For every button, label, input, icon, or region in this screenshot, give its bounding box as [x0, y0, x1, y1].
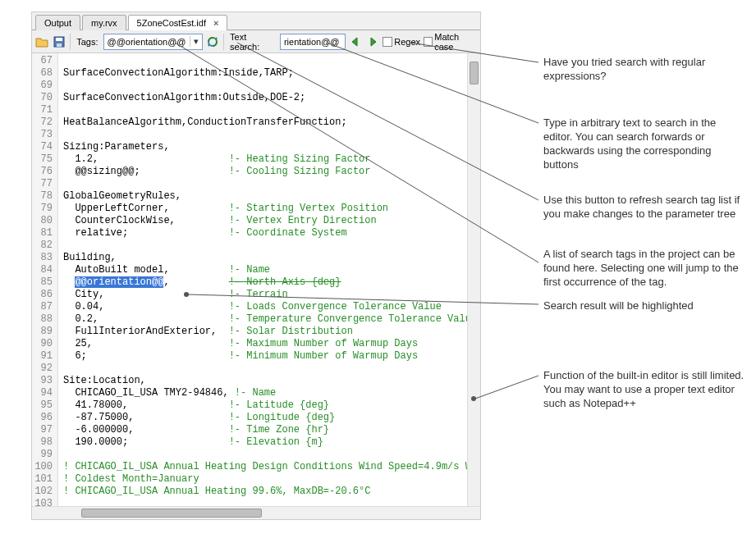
svg-rect-1: [56, 38, 62, 41]
scroll-thumb[interactable]: [470, 62, 479, 84]
annot-dot: [184, 292, 189, 297]
regex-checkbox[interactable]: Regex: [383, 37, 420, 47]
open-icon[interactable]: [35, 34, 49, 49]
annot-refresh: Use this button to refresh search tag li…: [543, 194, 745, 221]
annot-taglist: A list of search tags in the project can…: [543, 248, 745, 290]
tab-label: Output: [44, 18, 71, 28]
tab-idf[interactable]: 5ZoneCostEst.idf ×: [128, 15, 228, 30]
annot-dot: [471, 396, 476, 401]
tab-label: 5ZoneCostEst.idf: [137, 18, 206, 28]
regex-label: Regex: [394, 37, 420, 47]
tags-dropdown[interactable]: @@orientation@@ ▾: [103, 34, 203, 50]
svg-rect-2: [57, 43, 62, 47]
editor-panel: Output my.rvx 5ZoneCostEst.idf × Tags: @…: [31, 11, 481, 520]
chevron-down-icon: ▾: [190, 36, 199, 47]
tab-myrvx[interactable]: my.rvx: [82, 15, 126, 30]
annot-regex: Have you tried search with regular expre…: [543, 56, 745, 84]
tags-value: @@orientation@@: [108, 37, 186, 47]
tab-bar: Output my.rvx 5ZoneCostEst.idf ×: [32, 12, 480, 30]
refresh-icon[interactable]: [206, 34, 220, 49]
checkbox-icon: [424, 37, 433, 47]
search-next-icon[interactable]: [366, 34, 380, 49]
text-search-label: Text search:: [230, 32, 275, 52]
horizontal-scrollbar[interactable]: [32, 506, 480, 519]
annot-editor: Function of the built-in editor is still…: [543, 369, 745, 411]
save-icon[interactable]: [53, 34, 66, 49]
close-icon[interactable]: ×: [213, 18, 218, 28]
scroll-thumb[interactable]: [81, 509, 262, 518]
code-content[interactable]: SurfaceConvectionAlgorithm:Inside,TARP;S…: [58, 53, 480, 506]
match-case-label: Match case: [434, 32, 477, 52]
svg-line-8: [475, 376, 538, 399]
match-case-checkbox[interactable]: Match case: [424, 32, 477, 52]
line-gutter: 6768697071727374757677787980818283848586…: [32, 53, 58, 506]
code-editor[interactable]: 6768697071727374757677787980818283848586…: [32, 53, 480, 506]
tab-label: my.rvx: [91, 18, 117, 28]
annot-typein: Type in arbitrary text to search in the …: [543, 116, 745, 172]
checkbox-icon: [383, 37, 392, 47]
toolbar: Tags: @@orientation@@ ▾ Text search: Reg…: [32, 30, 480, 53]
text-search-input[interactable]: [280, 34, 346, 50]
tags-label: Tags:: [76, 37, 98, 47]
tab-output[interactable]: Output: [35, 15, 80, 30]
annot-highlight: Search result will be highlighted: [543, 299, 745, 313]
vertical-scrollbar[interactable]: [467, 53, 480, 506]
search-prev-icon[interactable]: [349, 34, 363, 49]
